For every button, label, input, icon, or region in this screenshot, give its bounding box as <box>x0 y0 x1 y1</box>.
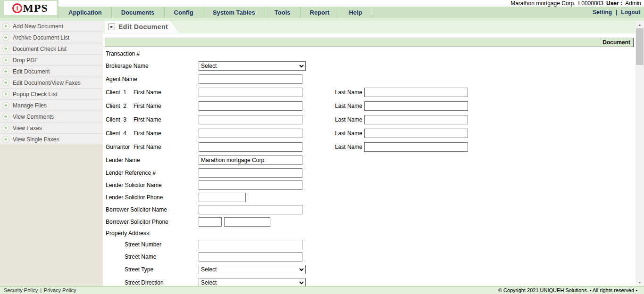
client-3-last-name-input[interactable] <box>364 115 468 124</box>
security-policy-link[interactable]: Security Policy <box>4 287 38 293</box>
arrow-circle-icon <box>2 124 9 131</box>
street-name-input[interactable] <box>199 252 302 261</box>
street-type-label: Street Type <box>103 266 199 273</box>
client-3-label: Client 3First Name <box>103 116 199 123</box>
lender-solicitor-name-label: Lender Solicitor Name <box>103 182 199 188</box>
footer-links: Security Policy | Privacy Policy <box>0 287 76 293</box>
page-tab: ▶ Edit Document <box>105 21 179 33</box>
form-row-client-1: Client 1First Name Last Name <box>103 85 636 99</box>
street-direction-select[interactable]: Select <box>199 278 306 286</box>
sidebar-item-manage-files[interactable]: Manage Files <box>0 100 103 111</box>
client-4-first-name-input[interactable] <box>199 129 302 138</box>
form-row-lender-solicitor-name: Lender Solicitor Name <box>103 179 636 191</box>
arrow-circle-icon <box>2 113 9 120</box>
gurrantor-last-label: Last Name <box>335 144 362 150</box>
gurrantor-who: Gurrantor <box>106 144 134 150</box>
play-toggle-icon[interactable]: ▶ <box>109 24 115 30</box>
sidebar-item-view-single-faxes[interactable]: View Single Faxes <box>0 134 103 145</box>
menu-system-tables[interactable]: System Tables <box>203 7 265 18</box>
borrower-solicitor-phone-label: Borrower Solicitor Phone <box>103 219 199 225</box>
borrower-solicitor-name-input[interactable] <box>199 205 302 214</box>
property-address-label: Property Address: <box>103 230 199 237</box>
sidebar-item-edit-document-view-faxes[interactable]: Edit Document/View Faxes <box>0 77 103 89</box>
top-info-bar: Marathon mortgage Corp.L0000003User :Adm… <box>0 0 644 7</box>
agent-name-label: Agent Name <box>103 76 199 82</box>
client-4-last-label: Last Name <box>335 130 362 137</box>
menu-documents[interactable]: Documents <box>112 7 165 18</box>
footer: Security Policy | Privacy Policy © Copyr… <box>0 286 644 294</box>
brokerage-name-label: Brokerage Name <box>103 63 199 69</box>
lender-reference-input[interactable] <box>199 168 302 178</box>
client-2-label: Client 2First Name <box>103 103 199 109</box>
vertical-scrollbar[interactable]: ▲ ▼ <box>636 21 644 286</box>
sidebar-item-label: Manage Files <box>13 102 47 109</box>
street-number-input[interactable] <box>199 240 302 249</box>
logo[interactable]: i MPS <box>4 1 57 15</box>
sidebar-item-drop-pdf[interactable]: Drop PDF <box>0 55 103 66</box>
agent-name-input[interactable] <box>199 74 302 84</box>
menu-help[interactable]: Help <box>339 7 372 18</box>
logo-text: MPS <box>23 2 48 15</box>
form-row-lender-solicitor-phone: Lender Solicitor Phone <box>103 191 636 204</box>
scroll-down-button[interactable]: ▼ <box>636 278 644 286</box>
lender-reference-label: Lender Reference # <box>103 170 199 176</box>
lender-solicitor-name-input[interactable] <box>199 180 302 190</box>
sidebar-item-add-new-document[interactable]: Add New Document <box>0 21 103 32</box>
arrow-circle-icon <box>2 34 9 41</box>
form-row-transaction: Transaction # <box>103 49 636 59</box>
client-4-who: Client 4 <box>106 130 134 137</box>
arrow-circle-icon <box>2 68 9 75</box>
borrower-solicitor-phone-area-input[interactable] <box>199 217 222 227</box>
client-4-last-name-input[interactable] <box>364 129 468 138</box>
gurrantor-label: GurrantorFirst Name <box>103 144 199 150</box>
menu-application[interactable]: Application <box>59 7 112 18</box>
menu-config[interactable]: Config <box>165 7 203 18</box>
logo-i-letter: i <box>17 5 18 12</box>
page-tab-strip: ▶ Edit Document <box>103 21 636 34</box>
client-1-last-name-input[interactable] <box>364 88 468 97</box>
lender-name-input[interactable] <box>199 155 302 165</box>
brokerage-name-select[interactable]: Select <box>199 61 306 71</box>
menu-tools[interactable]: Tools <box>265 7 301 18</box>
client-2-first-name-input[interactable] <box>199 101 302 111</box>
sidebar-item-label: Add New Document <box>13 23 63 30</box>
form-row-borrower-solicitor-name: Borrower Solicitor Name <box>103 204 636 216</box>
sidebar-item-label: View Single Faxes <box>13 136 59 143</box>
user-value: Admin <box>625 0 641 7</box>
scrollbar-thumb[interactable] <box>636 28 644 65</box>
gurrantor-last-name-input[interactable] <box>364 142 468 152</box>
sidebar-item-edit-document[interactable]: Edit Document <box>0 66 103 77</box>
logout-link[interactable]: Logout <box>621 9 640 16</box>
client-2-last-name-input[interactable] <box>364 101 468 111</box>
document-section-header: Document <box>105 38 634 47</box>
menu-report[interactable]: Report <box>301 7 340 18</box>
scroll-up-button[interactable]: ▲ <box>636 21 644 28</box>
borrower-solicitor-phone-number-input[interactable] <box>224 217 270 227</box>
street-name-label: Street Name <box>103 253 199 260</box>
form-row-client-3: Client 3First Name Last Name <box>103 113 636 126</box>
lender-solicitor-phone-input[interactable] <box>199 193 246 202</box>
sidebar-item-popup-check-list[interactable]: Popup Check List <box>0 89 103 100</box>
sidebar-item-view-faxes[interactable]: View Faxes <box>0 122 103 134</box>
client-3-who: Client 3 <box>106 116 134 123</box>
session-info: Marathon mortgage Corp.L0000003User :Adm… <box>508 0 644 7</box>
form-row-street-type: Street Type Select <box>103 263 636 276</box>
sidebar-item-document-check-list[interactable]: Document Check List <box>0 43 103 55</box>
client-1-first-name-input[interactable] <box>199 88 302 97</box>
privacy-policy-link[interactable]: Privacy Policy <box>44 287 76 293</box>
form-row-street-name: Street Name <box>103 251 636 263</box>
sidebar-item-view-comments[interactable]: View Comments <box>0 111 103 122</box>
street-number-label: Street Number <box>103 241 199 248</box>
form-row-client-2: Client 2First Name Last Name <box>103 99 636 113</box>
client-3-first-name-input[interactable] <box>199 115 302 124</box>
lender-name-label: Lender Name <box>103 157 199 163</box>
setting-link[interactable]: Setting <box>593 9 612 16</box>
page-title: Edit Document <box>118 23 168 31</box>
street-type-select[interactable]: Select <box>199 265 306 274</box>
logo-i-icon: i <box>12 3 22 13</box>
gurrantor-first-name-input[interactable] <box>199 142 302 152</box>
sidebar-item-archive-document-list[interactable]: Archive Document List <box>0 32 103 43</box>
borrower-solicitor-name-label: Borrower Solicitor Name <box>103 206 199 213</box>
header: Marathon mortgage Corp.L0000003User :Adm… <box>0 0 644 21</box>
sidebar-item-label: Drop PDF <box>13 57 38 64</box>
